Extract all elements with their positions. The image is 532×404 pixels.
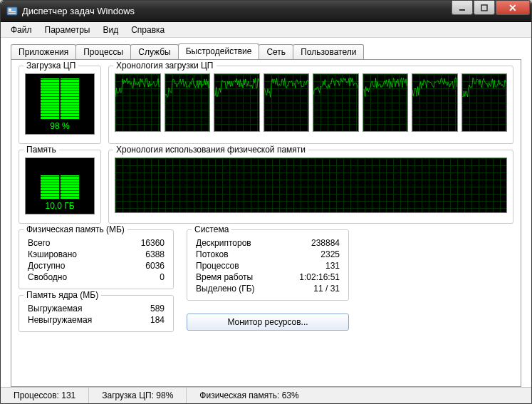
stat-row: Выгружаемая589	[25, 303, 167, 314]
window-title: Диспетчер задач Windows	[22, 6, 451, 16]
kernel-memory-group: Память ядра (МБ) Выгружаемая589Невыгружа…	[19, 295, 174, 332]
cpu-core-graph	[363, 73, 409, 132]
stat-value: 589	[115, 304, 165, 314]
menu-help[interactable]: Справка	[125, 24, 170, 36]
cpu-core-graph	[115, 73, 161, 132]
app-icon	[6, 6, 18, 17]
stat-value: 6036	[115, 261, 165, 271]
stat-row: Время работы1:02:16:51	[193, 271, 343, 283]
stat-value: 1:02:16:51	[290, 272, 340, 282]
menu-file[interactable]: Файл	[5, 24, 38, 36]
menu-view[interactable]: Вид	[97, 24, 124, 36]
stat-row: Процессов131	[193, 260, 343, 271]
stat-key: Выделено (ГБ)	[196, 284, 255, 294]
menu-bar: Файл Параметры Вид Справка	[1, 22, 531, 38]
stat-key: Потоков	[196, 249, 229, 259]
svg-rect-0	[7, 7, 17, 15]
stat-value: 2325	[290, 249, 340, 259]
stat-key: Всего	[28, 238, 50, 248]
stat-row: Дескрипторов238884	[193, 237, 343, 249]
stat-key: Кэшировано	[28, 249, 77, 259]
svg-rect-3	[9, 13, 16, 14]
memory-history-group: Хронология использования физической памя…	[108, 150, 513, 224]
stat-row: Потоков2325	[193, 249, 343, 260]
stat-row: Невыгружаемая184	[25, 314, 167, 326]
tab-services[interactable]: Службы	[130, 44, 178, 60]
resource-monitor-button[interactable]: Монитор ресурсов...	[187, 314, 349, 331]
kernel-memory-label: Память ядра (МБ)	[24, 290, 101, 300]
stat-value: 184	[115, 315, 165, 325]
physical-memory-label: Физическая память (МБ)	[24, 224, 127, 234]
stat-value: 11 / 31	[290, 284, 340, 294]
status-processes: Процессов: 131	[1, 388, 89, 403]
stat-key: Время работы	[196, 272, 253, 282]
stat-key: Доступно	[28, 261, 65, 271]
tab-networking[interactable]: Сеть	[259, 44, 293, 60]
status-cpu: Загрузка ЦП: 98%	[89, 388, 187, 403]
cpu-core-graph	[313, 73, 359, 132]
stat-row: Доступно6036	[25, 260, 167, 271]
svg-rect-1	[9, 9, 11, 11]
stat-value: 0	[115, 272, 165, 282]
tab-users[interactable]: Пользователи	[293, 44, 364, 60]
stat-key: Дескрипторов	[196, 238, 251, 248]
system-label: Система	[192, 224, 231, 234]
stat-key: Свободно	[28, 272, 67, 282]
cpu-core-graph	[264, 73, 310, 132]
system-group: Система Дескрипторов238884Потоков2325Про…	[187, 229, 349, 301]
physical-memory-group: Физическая память (МБ) Всего16360Кэширов…	[19, 229, 174, 289]
minimize-button[interactable]	[452, 1, 473, 15]
cpu-usage-value: 98 %	[50, 121, 69, 131]
stat-key: Невыгружаемая	[28, 315, 92, 325]
stat-value: 238884	[290, 238, 340, 248]
menu-options[interactable]: Параметры	[39, 24, 96, 36]
stat-value: 131	[290, 261, 340, 271]
window-controls: ✕	[451, 1, 530, 15]
stat-row: Кэшировано6388	[25, 249, 167, 260]
status-memory: Физическая память: 63%	[187, 388, 531, 403]
status-bar: Процессов: 131 Загрузка ЦП: 98% Физическ…	[1, 387, 531, 403]
task-manager-window: Диспетчер задач Windows ✕ Файл Параметры…	[0, 0, 532, 404]
tab-bar: Приложения Процессы Службы Быстродействи…	[1, 38, 531, 59]
stat-row: Выделено (ГБ)11 / 31	[193, 283, 343, 294]
memory-history-label: Хронология использования физической памя…	[113, 145, 308, 155]
tab-processes[interactable]: Процессы	[75, 44, 131, 60]
cpu-core-graph	[461, 73, 508, 132]
cpu-core-graph	[165, 73, 211, 132]
stat-key: Выгружаемая	[28, 304, 82, 314]
close-icon: ✕	[508, 2, 517, 14]
memory-history-graph	[115, 157, 507, 213]
svg-rect-2	[9, 11, 16, 12]
stat-row: Всего16360	[25, 237, 167, 249]
stat-key: Процессов	[196, 261, 239, 271]
titlebar[interactable]: Диспетчер задач Windows ✕	[1, 1, 531, 22]
memory-usage-group: Память 10,0 ГБ	[19, 150, 101, 224]
close-button[interactable]: ✕	[496, 1, 530, 15]
svg-rect-5	[481, 5, 487, 11]
tab-applications[interactable]: Приложения	[11, 44, 76, 60]
cpu-core-graph	[412, 73, 458, 132]
performance-panel: Загрузка ЦП 98 % Хронология загрузки ЦП …	[11, 59, 521, 387]
memory-usage-label: Память	[24, 145, 59, 155]
stat-value: 16360	[115, 238, 165, 248]
stat-value: 6388	[115, 249, 165, 259]
cpu-core-graphs	[115, 73, 507, 132]
maximize-button[interactable]	[474, 1, 495, 15]
memory-usage-value: 10,0 ГБ	[45, 201, 74, 211]
cpu-history-group: Хронология загрузки ЦП	[108, 66, 513, 144]
tab-performance[interactable]: Быстродействие	[178, 43, 260, 59]
cpu-core-graph	[214, 73, 260, 132]
cpu-usage-label: Загрузка ЦП	[24, 61, 78, 71]
cpu-usage-meter: 98 %	[25, 73, 95, 135]
cpu-history-label: Хронология загрузки ЦП	[113, 61, 217, 71]
memory-usage-meter: 10,0 ГБ	[25, 157, 95, 214]
stat-row: Свободно0	[25, 271, 167, 283]
cpu-usage-group: Загрузка ЦП 98 %	[19, 66, 101, 144]
